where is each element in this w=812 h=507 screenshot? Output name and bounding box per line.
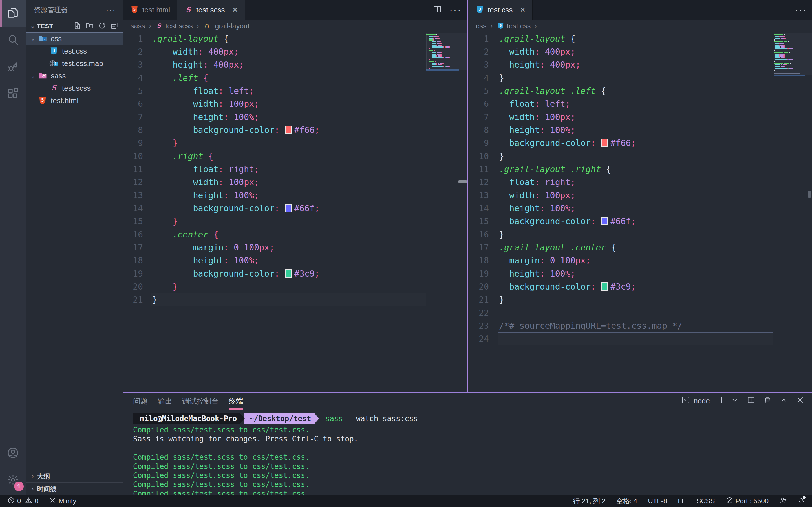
code-line[interactable]: 6 float: left; [469,98,812,110]
collapse-all-icon[interactable] [110,21,119,31]
code-line[interactable]: 12 float: right; [469,176,812,189]
code-line[interactable]: 11 float: right; [123,163,467,175]
code-line[interactable]: 12 width: 100px; [123,176,467,189]
code-line[interactable]: 16} [469,228,812,241]
minify-status[interactable]: Minify [49,497,77,506]
tree-item-css[interactable]: ⌄3css [26,33,123,45]
split-editor-icon[interactable] [433,4,442,15]
code-line[interactable]: 4 .left { [123,71,467,84]
code-line[interactable]: 13 width: 100px; [469,189,812,202]
more-actions-icon[interactable]: ··· [449,4,462,15]
new-file-icon[interactable] [73,21,82,31]
close-icon[interactable]: ✕ [232,6,238,14]
code-line[interactable]: 18 margin: 0 100px; [469,254,812,267]
minimap-slider[interactable] [426,33,467,70]
activity-item-settings[interactable]: 1 [0,467,26,494]
code-line[interactable]: 17 margin: 0 100px; [123,241,467,254]
refresh-icon[interactable] [98,21,106,31]
code-line[interactable]: 20 background-color: #3c9; [469,280,812,293]
panel-tab-调试控制台[interactable]: 调试控制台 [182,396,219,410]
code-line[interactable]: 10 .right { [123,150,467,163]
activity-item-explorer[interactable] [0,0,26,27]
feedback[interactable] [779,497,787,506]
code-line[interactable]: 8 background-color: #f66; [123,123,467,136]
close-icon[interactable]: ✕ [520,6,525,14]
code-line[interactable]: 10} [469,150,812,163]
breadcrumb-item[interactable]: Stest.scss [155,22,193,30]
breadcrumb-item[interactable]: {}.grail-layout [203,22,250,30]
panel-tab-问题[interactable]: 问题 [133,396,148,410]
panel-tab-终端[interactable]: 终端 [229,396,243,410]
sash-drag-handle[interactable] [458,180,467,183]
tree-item-test.html[interactable]: ⌄5test.html [26,94,123,107]
editor-group-divider[interactable] [467,0,468,392]
code-line[interactable]: 14 height: 100%; [469,202,812,215]
code-line[interactable]: 2 width: 400px; [123,45,467,58]
indentation[interactable]: 空格: 4 [616,497,638,506]
code-line[interactable]: 4} [469,71,812,84]
breadcrumb-item[interactable]: 3test.css [497,22,531,30]
code-line[interactable]: 7 width: 100px; [469,110,812,123]
code-line[interactable]: 21} [469,293,812,306]
activity-item-account[interactable] [0,440,26,467]
kill-terminal-icon[interactable] [763,395,772,406]
tab-test.html[interactable]: 5test.html [123,0,177,20]
new-folder-icon[interactable] [86,21,94,31]
code-line[interactable]: 17.grail-layout .center { [469,241,812,254]
breadcrumb-item[interactable]: … [541,22,548,30]
code-line[interactable]: 14 background-color: #66f; [123,202,467,215]
more-actions-icon[interactable]: ··· [795,4,807,15]
code-line[interactable]: 23/*# sourceMappingURL=test.css.map */ [469,319,812,332]
editor-left[interactable]: 1.grail-layout {2 width: 400px;3 height:… [123,32,467,392]
code-line[interactable]: 15 } [123,215,467,228]
tab-test.scss[interactable]: Stest.scss✕ [177,0,245,20]
code-line[interactable]: 20 } [123,280,467,293]
language-mode[interactable]: SCSS [696,497,715,505]
terminal-shell-label[interactable]: node [694,397,710,405]
close-panel-icon[interactable] [796,395,805,406]
code-line[interactable]: 16 .center { [123,228,467,241]
minimap-slider[interactable] [774,33,812,75]
code-line[interactable]: 15 background-color: #66f; [469,215,812,228]
maximize-panel-icon[interactable] [779,395,788,406]
terminal-dropdown-icon[interactable] [730,395,739,406]
activity-item-debug[interactable] [0,54,26,80]
code-line[interactable]: 19 background-color: #3c9; [123,267,467,280]
tree-item-test.css[interactable]: ⌄3test.css [26,45,123,57]
code-line[interactable]: 1.grail-layout { [123,32,467,45]
encoding[interactable]: UTF-8 [648,497,667,505]
code-line[interactable]: 22 [469,306,812,319]
timeline-section[interactable]: › 时间线 [26,483,123,495]
terminal-shell-icon[interactable] [681,395,690,406]
code-line[interactable]: 3 height: 400px; [123,58,467,71]
workspace-section-header[interactable]: ⌄ TEST [26,20,123,33]
new-terminal-icon[interactable] [717,395,726,406]
code-line[interactable]: 8 height: 100%; [469,123,812,136]
code-line[interactable]: 1.grail-layout { [469,32,812,45]
tree-item-sass[interactable]: ⌄Ssass [26,69,123,82]
code-line[interactable]: 5 float: left; [123,84,467,97]
sidebar-more-icon[interactable]: ··· [106,5,116,15]
code-line[interactable]: 11.grail-layout .right { [469,163,812,175]
notifications[interactable] [798,497,805,506]
terminal[interactable]: milo@MilodeMacBook-Pro ~/Desktop/test sa… [133,412,806,495]
tree-item-test.scss[interactable]: ⌄Stest.scss [26,82,123,94]
code-line[interactable]: 2 width: 400px; [469,45,812,58]
problems-status[interactable]: 0 0 [7,497,39,506]
code-line[interactable]: 5.grail-layout .left { [469,84,812,97]
code-line[interactable]: 9 } [123,136,467,150]
code-line[interactable]: 9 background-color: #f66; [469,136,812,150]
breadcrumb-item[interactable]: sass [131,22,145,30]
outline-section[interactable]: › 大纲 [26,470,123,483]
split-terminal-icon[interactable] [747,395,756,406]
code-line[interactable]: 6 width: 100px; [123,98,467,110]
code-line[interactable]: 7 height: 100%; [123,110,467,123]
breadcrumb-item[interactable]: css [476,22,487,30]
code-line[interactable]: 13 height: 100%; [123,189,467,202]
code-line[interactable]: 3 height: 400px; [469,58,812,71]
panel-tab-输出[interactable]: 输出 [158,396,172,410]
tree-item-test.css.map[interactable]: ⌄3test.css.map [26,57,123,69]
activity-item-extensions[interactable] [0,80,26,107]
code-line[interactable]: 18 height: 100%; [123,254,467,267]
cursor-position[interactable]: 行 21, 列 2 [573,497,606,506]
